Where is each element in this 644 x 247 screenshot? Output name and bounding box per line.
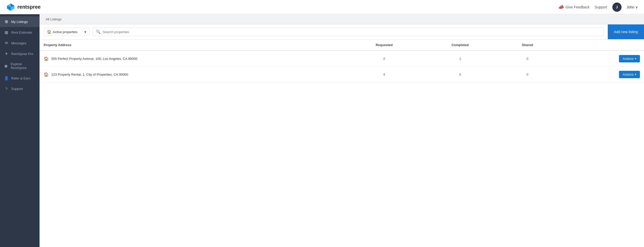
support-link[interactable]: Support (595, 5, 607, 9)
add-new-listing-button[interactable]: Add new listing (608, 24, 644, 39)
breadcrumb: All Listings (40, 14, 644, 24)
col-shared: Shared (498, 39, 557, 51)
give-feedback-button[interactable]: 📣 Give Feedback (558, 4, 589, 10)
sidebar-item-rent-estimate[interactable]: ▦ Rent Estimate (0, 27, 40, 38)
col-address: Property Address (40, 39, 346, 51)
search-input[interactable] (103, 30, 600, 34)
sidebar: ⊞ My Listings ▦ Rent Estimate ✉ Messages… (0, 14, 40, 247)
filter-house-icon: 🏠 (47, 30, 51, 34)
sidebar-icon-rentspree-pro: ✈ (4, 51, 9, 56)
toolbar-container: 🏠 Active properties ▾ 🔍 Add new listing (40, 24, 644, 39)
col-requested: Requested (346, 39, 422, 51)
actions-cell: Actions ▾ (557, 67, 644, 83)
user-avatar[interactable]: J (612, 3, 622, 12)
feedback-label: Give Feedback (565, 5, 589, 9)
actions-chevron-icon: ▾ (635, 73, 636, 76)
sidebar-icon-messages: ✉ (4, 41, 9, 45)
content-area: All Listings 🏠 Active properties ▾ (40, 14, 644, 247)
sidebar-label-my-listings: My Listings (11, 20, 28, 24)
actions-button[interactable]: Actions ▾ (619, 71, 640, 78)
top-nav: rentspree 📣 Give Feedback Support J John… (0, 0, 644, 14)
feedback-icon: 📣 (558, 4, 564, 10)
breadcrumb-text: All Listings (46, 17, 61, 21)
table-row: 🏠 123 Property Rental, 1, City of Proper… (40, 67, 644, 83)
toolbar-inner: 🏠 Active properties ▾ 🔍 (40, 24, 608, 39)
sidebar-item-my-listings[interactable]: ⊞ My Listings (0, 16, 40, 27)
sidebar-label-messages: Messages (11, 41, 26, 45)
actions-label: Actions (623, 73, 634, 76)
sidebar-item-refer-earn[interactable]: 👤 Refer & Earn (0, 73, 40, 84)
filter-label: Active properties (53, 30, 78, 34)
shared-cell: 0 (498, 51, 557, 67)
logo-text: rentspree (17, 4, 41, 10)
sidebar-label-explore: Explore RentSpree (11, 62, 35, 70)
completed-cell: 1 (422, 51, 498, 67)
top-nav-right: 📣 Give Feedback Support J John ∨ (558, 3, 638, 12)
shared-cell: 0 (498, 67, 557, 83)
property-address-cell: 🏠 123 Property Rental, 1, City of Proper… (40, 67, 346, 83)
property-address: 555 Perfect Property Avenue, 100, Los An… (51, 57, 137, 61)
listings-table: Property Address Requested Completed Sha… (40, 39, 644, 83)
col-actions (557, 39, 644, 51)
filter-dropdown[interactable]: 🏠 Active properties ▾ (44, 28, 90, 36)
requested-cell: 2 (346, 51, 422, 67)
col-completed: Completed (422, 39, 498, 51)
property-address-cell: 🏠 555 Perfect Property Avenue, 100, Los … (40, 51, 346, 67)
actions-chevron-icon: ▾ (635, 57, 636, 60)
filter-chevron-icon: ▾ (84, 30, 86, 34)
sidebar-label-rent-estimate: Rent Estimate (11, 31, 32, 34)
actions-button[interactable]: Actions ▾ (619, 55, 640, 62)
sidebar-icon-my-listings: ⊞ (4, 19, 9, 24)
actions-cell: Actions ▾ (557, 51, 644, 67)
logo[interactable]: rentspree (6, 3, 41, 12)
sidebar-label-rentspree-pro: RentSpree Pro (11, 52, 33, 56)
table-header: Property Address Requested Completed Sha… (40, 39, 644, 51)
logo-icon (6, 3, 15, 12)
user-name[interactable]: John ∨ (627, 5, 638, 9)
sidebar-icon-refer-earn: 👤 (4, 76, 9, 80)
main-layout: ⊞ My Listings ▦ Rent Estimate ✉ Messages… (0, 14, 644, 247)
requested-cell: 4 (346, 67, 422, 83)
user-chevron-icon: ∨ (635, 5, 638, 9)
property-house-icon: 🏠 (44, 56, 49, 61)
sidebar-icon-explore: ◉ (4, 64, 8, 68)
user-name-text: John (627, 5, 634, 9)
sidebar-label-support: Support (11, 87, 23, 91)
search-icon: 🔍 (96, 30, 101, 34)
table-row: 🏠 555 Perfect Property Avenue, 100, Los … (40, 51, 644, 67)
property-house-icon: 🏠 (44, 72, 49, 77)
property-address: 123 Property Rental, 1, City of Properti… (51, 73, 128, 76)
sidebar-icon-rent-estimate: ▦ (4, 30, 9, 35)
listings-content: 🏠 Active properties ▾ 🔍 Add new listing (40, 24, 644, 247)
sidebar-item-support[interactable]: ? Support (0, 84, 40, 94)
table-header-row: Property Address Requested Completed Sha… (40, 39, 644, 51)
sidebar-item-explore[interactable]: ◉ Explore RentSpree (0, 59, 40, 73)
sidebar-item-rentspree-pro[interactable]: ✈ RentSpree Pro (0, 48, 40, 59)
actions-label: Actions (623, 57, 634, 61)
sidebar-label-refer-earn: Refer & Earn (11, 76, 30, 80)
sidebar-icon-support: ? (4, 87, 9, 91)
search-wrapper: 🔍 (93, 28, 604, 36)
sidebar-item-messages[interactable]: ✉ Messages (0, 38, 40, 48)
completed-cell: 0 (422, 67, 498, 83)
table-body: 🏠 555 Perfect Property Avenue, 100, Los … (40, 51, 644, 83)
